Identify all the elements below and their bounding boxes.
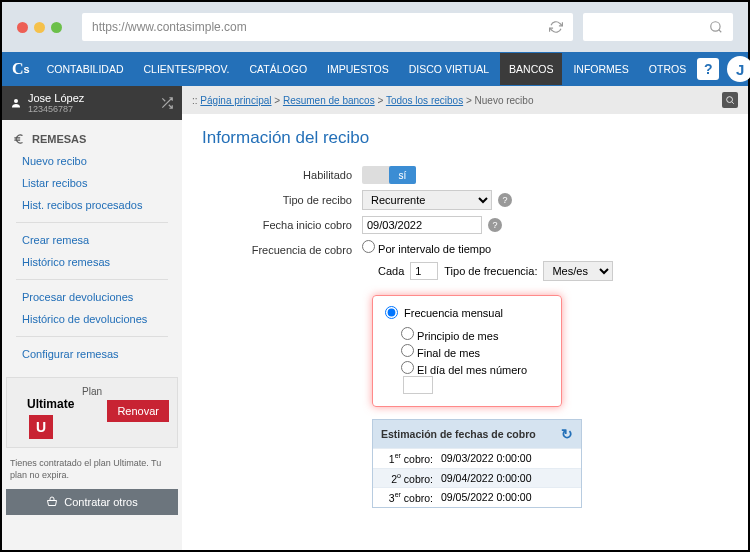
sidebar-hist-dev[interactable]: Histórico de devoluciones xyxy=(2,308,182,330)
table-row: 2o cobro: 09/04/2022 0:00:00 xyxy=(373,468,581,488)
start-date-input[interactable] xyxy=(362,216,482,234)
user-icon xyxy=(10,97,22,109)
type-select[interactable]: Recurrente xyxy=(362,190,492,210)
avatar[interactable]: J xyxy=(727,56,750,82)
freq-type-select[interactable]: Mes/es xyxy=(543,261,613,281)
month-end-label[interactable]: Final de mes xyxy=(401,344,549,359)
nav-clientes[interactable]: CLIENTES/PROV. xyxy=(135,53,239,85)
table-row: 1er cobro: 09/03/2022 0:00:00 xyxy=(373,448,581,468)
bc-home[interactable]: Página principal xyxy=(200,95,271,106)
shuffle-icon[interactable] xyxy=(160,96,174,110)
nav-impuestos[interactable]: IMPUESTOS xyxy=(318,53,398,85)
interval-radio-label[interactable]: Por intervalo de tiempo xyxy=(362,243,491,255)
url-text: https://www.contasimple.com xyxy=(92,20,247,34)
divider xyxy=(16,336,168,337)
renew-button[interactable]: Renovar xyxy=(107,400,169,422)
sidebar-hist-recibos[interactable]: Hist. recibos procesados xyxy=(2,194,182,216)
help-icon[interactable]: ? xyxy=(488,218,502,232)
sidebar-config-remesas[interactable]: Configurar remesas xyxy=(2,343,182,365)
each-label: Cada xyxy=(378,265,404,277)
svg-point-1 xyxy=(14,99,18,103)
nav-otros[interactable]: OTROS xyxy=(640,53,695,85)
logo[interactable]: Cs xyxy=(12,55,30,83)
breadcrumb-search-button[interactable] xyxy=(722,92,738,108)
month-end-radio[interactable] xyxy=(401,344,414,357)
bc-current: Nuevo recibo xyxy=(475,95,534,106)
reload-icon[interactable]: ↻ xyxy=(561,426,573,442)
monthly-radio[interactable] xyxy=(385,306,398,319)
page-title: Información del recibo xyxy=(202,128,728,148)
interval-radio[interactable] xyxy=(362,240,375,253)
enabled-toggle[interactable]: sí xyxy=(362,166,416,184)
month-start-label[interactable]: Principio de mes xyxy=(401,327,549,342)
start-date-label: Fecha inicio cobro xyxy=(202,219,362,231)
sidebar-procesar-dev[interactable]: Procesar devoluciones xyxy=(2,286,182,308)
breadcrumb: :: Página principal > Resumen de bancos … xyxy=(182,86,748,114)
nav-informes[interactable]: INFORMES xyxy=(564,53,637,85)
url-bar[interactable]: https://www.contasimple.com xyxy=(82,13,573,41)
user-block: Jose López 123456787 xyxy=(2,86,182,120)
monthly-label: Frecuencia mensual xyxy=(404,307,503,319)
bc-recibos[interactable]: Todos los recibos xyxy=(386,95,463,106)
enabled-label: Habilitado xyxy=(202,169,362,181)
nav-disco[interactable]: DISCO VIRTUAL xyxy=(400,53,498,85)
month-day-input[interactable] xyxy=(403,376,433,394)
basket-icon xyxy=(46,496,58,508)
window-controls xyxy=(17,22,62,33)
divider xyxy=(16,222,168,223)
monthly-frequency-box: Frecuencia mensual Principio de mes Fina… xyxy=(372,295,562,407)
user-name: Jose López xyxy=(28,92,84,104)
plan-box: Plan Ultimate U Renovar xyxy=(6,377,178,448)
refresh-icon[interactable] xyxy=(549,20,563,34)
plan-description: Tienes contratado el plan Ultimate. Tu p… xyxy=(2,454,182,485)
top-nav: Cs CONTABILIDAD CLIENTES/PROV. CATÁLOGO … xyxy=(2,52,748,86)
help-button[interactable]: ? xyxy=(697,58,719,80)
nav-bancos[interactable]: BANCOS xyxy=(500,53,562,85)
svg-point-0 xyxy=(711,22,720,31)
user-id: 123456787 xyxy=(28,104,84,114)
search-icon xyxy=(725,95,735,105)
month-start-radio[interactable] xyxy=(401,327,414,340)
month-day-radio[interactable] xyxy=(401,361,414,374)
plan-label: Plan xyxy=(15,386,169,397)
table-row: 3er cobro: 09/05/2022 0:00:00 xyxy=(373,487,581,507)
sidebar-crear-remesa[interactable]: Crear remesa xyxy=(2,229,182,251)
divider xyxy=(16,279,168,280)
plan-badge: U xyxy=(29,415,53,439)
euro-icon xyxy=(12,132,26,146)
search-icon xyxy=(709,20,723,34)
browser-search[interactable] xyxy=(583,13,733,41)
sidebar-listar-recibos[interactable]: Listar recibos xyxy=(2,172,182,194)
type-label: Tipo de recibo xyxy=(202,194,362,206)
nav-catalogo[interactable]: CATÁLOGO xyxy=(241,53,317,85)
sidebar-hist-remesas[interactable]: Histórico remesas xyxy=(2,251,182,273)
freq-type-label: Tipo de frecuencia: xyxy=(444,265,537,277)
sidebar-nuevo-recibo[interactable]: Nuevo recibo xyxy=(2,150,182,172)
each-input[interactable] xyxy=(410,262,438,280)
estimation-table: Estimación de fechas de cobro ↻ 1er cobr… xyxy=(372,419,582,508)
svg-point-2 xyxy=(727,97,733,103)
contract-button[interactable]: Contratar otros xyxy=(6,489,178,515)
freq-label: Frecuencia de cobro xyxy=(202,240,362,256)
help-icon[interactable]: ? xyxy=(498,193,512,207)
bc-bancos[interactable]: Resumen de bancos xyxy=(283,95,375,106)
nav-contabilidad[interactable]: CONTABILIDAD xyxy=(38,53,133,85)
estimation-title: Estimación de fechas de cobro xyxy=(381,428,536,440)
month-day-label[interactable]: El día del mes número xyxy=(401,361,549,394)
sidebar-header: REMESAS xyxy=(2,128,182,150)
